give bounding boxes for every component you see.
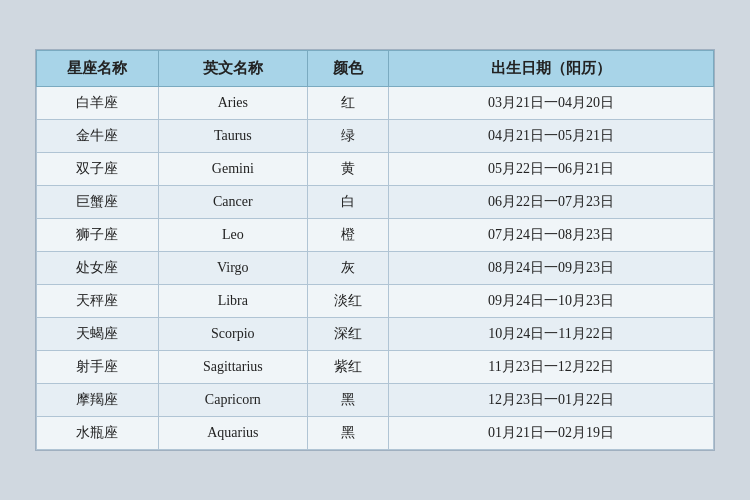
zodiac-table: 星座名称 英文名称 颜色 出生日期（阳历） 白羊座Aries红03月21日一04…	[36, 50, 714, 450]
table-body: 白羊座Aries红03月21日一04月20日金牛座Taurus绿04月21日一0…	[37, 87, 714, 450]
cell-chinese: 双子座	[37, 153, 159, 186]
cell-date: 04月21日一05月21日	[389, 120, 714, 153]
table-row: 巨蟹座Cancer白06月22日一07月23日	[37, 186, 714, 219]
cell-chinese: 射手座	[37, 351, 159, 384]
cell-date: 08月24日一09月23日	[389, 252, 714, 285]
cell-chinese: 金牛座	[37, 120, 159, 153]
cell-color: 橙	[307, 219, 388, 252]
cell-english: Scorpio	[158, 318, 307, 351]
table-row: 摩羯座Capricorn黑12月23日一01月22日	[37, 384, 714, 417]
table-row: 射手座Sagittarius紫红11月23日一12月22日	[37, 351, 714, 384]
cell-english: Libra	[158, 285, 307, 318]
table-row: 金牛座Taurus绿04月21日一05月21日	[37, 120, 714, 153]
cell-date: 10月24日一11月22日	[389, 318, 714, 351]
cell-color: 黄	[307, 153, 388, 186]
table-row: 处女座Virgo灰08月24日一09月23日	[37, 252, 714, 285]
cell-english: Cancer	[158, 186, 307, 219]
cell-english: Aries	[158, 87, 307, 120]
table-row: 双子座Gemini黄05月22日一06月21日	[37, 153, 714, 186]
cell-date: 12月23日一01月22日	[389, 384, 714, 417]
cell-chinese: 处女座	[37, 252, 159, 285]
table-row: 水瓶座Aquarius黑01月21日一02月19日	[37, 417, 714, 450]
cell-chinese: 巨蟹座	[37, 186, 159, 219]
header-color: 颜色	[307, 51, 388, 87]
table-row: 白羊座Aries红03月21日一04月20日	[37, 87, 714, 120]
cell-color: 淡红	[307, 285, 388, 318]
cell-english: Sagittarius	[158, 351, 307, 384]
zodiac-table-container: 星座名称 英文名称 颜色 出生日期（阳历） 白羊座Aries红03月21日一04…	[35, 49, 715, 451]
cell-color: 灰	[307, 252, 388, 285]
cell-date: 11月23日一12月22日	[389, 351, 714, 384]
cell-color: 白	[307, 186, 388, 219]
cell-date: 05月22日一06月21日	[389, 153, 714, 186]
cell-english: Virgo	[158, 252, 307, 285]
cell-color: 紫红	[307, 351, 388, 384]
cell-chinese: 天蝎座	[37, 318, 159, 351]
cell-english: Capricorn	[158, 384, 307, 417]
cell-date: 09月24日一10月23日	[389, 285, 714, 318]
cell-date: 07月24日一08月23日	[389, 219, 714, 252]
cell-date: 06月22日一07月23日	[389, 186, 714, 219]
cell-chinese: 水瓶座	[37, 417, 159, 450]
cell-chinese: 天秤座	[37, 285, 159, 318]
cell-english: Gemini	[158, 153, 307, 186]
cell-chinese: 狮子座	[37, 219, 159, 252]
cell-color: 绿	[307, 120, 388, 153]
table-header-row: 星座名称 英文名称 颜色 出生日期（阳历）	[37, 51, 714, 87]
cell-chinese: 白羊座	[37, 87, 159, 120]
cell-date: 01月21日一02月19日	[389, 417, 714, 450]
header-chinese: 星座名称	[37, 51, 159, 87]
cell-color: 黑	[307, 384, 388, 417]
header-date: 出生日期（阳历）	[389, 51, 714, 87]
table-row: 天秤座Libra淡红09月24日一10月23日	[37, 285, 714, 318]
cell-color: 红	[307, 87, 388, 120]
cell-color: 深红	[307, 318, 388, 351]
table-row: 狮子座Leo橙07月24日一08月23日	[37, 219, 714, 252]
cell-english: Leo	[158, 219, 307, 252]
cell-date: 03月21日一04月20日	[389, 87, 714, 120]
table-row: 天蝎座Scorpio深红10月24日一11月22日	[37, 318, 714, 351]
cell-color: 黑	[307, 417, 388, 450]
cell-english: Aquarius	[158, 417, 307, 450]
cell-english: Taurus	[158, 120, 307, 153]
cell-chinese: 摩羯座	[37, 384, 159, 417]
header-english: 英文名称	[158, 51, 307, 87]
